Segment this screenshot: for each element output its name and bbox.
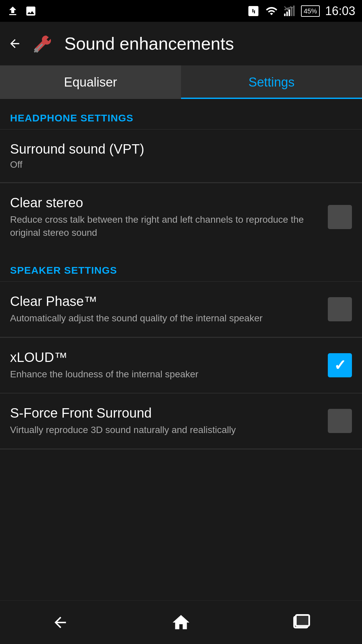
clear-phase-description: Automatically adjust the sound quality o…: [10, 312, 318, 325]
status-time: 16:03: [325, 4, 355, 18]
wifi-icon: [265, 5, 278, 17]
clear-phase-text: Clear Phase™ Automatically adjust the so…: [10, 294, 328, 325]
status-bar: 45% 16:03: [0, 0, 362, 22]
s-force-item[interactable]: S-Force Front Surround Virtually reprodu…: [0, 393, 362, 449]
xloud-check-icon: ✓: [334, 357, 346, 374]
svg-rect-1: [286, 11, 288, 16]
nav-recents-button[interactable]: [268, 601, 335, 644]
clear-stereo-description: Reduce cross talk between the right and …: [10, 213, 318, 239]
headphone-settings-label: HEADPHONE SETTINGS: [0, 99, 362, 129]
tools-icon: [31, 32, 55, 56]
surround-sound-item[interactable]: Surround sound (VPT) Off: [0, 129, 362, 182]
nfc-icon: [247, 5, 259, 17]
speaker-settings-label: SPEAKER SETTINGS: [0, 251, 362, 282]
xloud-description: Enhance the loudness of the internal spe…: [10, 368, 318, 381]
xloud-item[interactable]: xLOUD™ Enhance the loudness of the inter…: [0, 338, 362, 393]
tabs-container: Equaliser Settings: [0, 65, 362, 99]
nav-bar: [0, 600, 362, 644]
surround-sound-title: Surround sound (VPT): [10, 142, 342, 157]
xloud-text: xLOUD™ Enhance the loudness of the inter…: [10, 350, 328, 381]
clear-phase-checkbox[interactable]: ✓: [328, 297, 352, 321]
svg-rect-2: [289, 9, 290, 16]
content: HEADPHONE SETTINGS Surround sound (VPT) …: [0, 99, 362, 496]
image-icon: [25, 5, 37, 17]
tab-settings[interactable]: Settings: [181, 65, 362, 99]
svg-rect-4: [293, 5, 295, 16]
s-force-checkbox[interactable]: ✓: [328, 409, 352, 433]
svg-rect-8: [296, 615, 309, 626]
clear-phase-title: Clear Phase™: [10, 294, 318, 309]
page-title: Sound enhancements: [64, 34, 234, 54]
svg-rect-3: [291, 7, 293, 16]
signal-icon: [284, 5, 296, 17]
status-bar-left: [7, 5, 37, 17]
svg-rect-0: [284, 13, 286, 16]
clear-stereo-title: Clear stereo: [10, 195, 318, 210]
s-force-description: Virtually reproduce 3D sound naturally a…: [10, 423, 318, 436]
nav-back-button[interactable]: [27, 601, 94, 644]
s-force-text: S-Force Front Surround Virtually reprodu…: [10, 406, 328, 436]
upload-icon: [7, 5, 19, 17]
clear-stereo-text: Clear stereo Reduce cross talk between t…: [10, 195, 328, 239]
tab-equaliser[interactable]: Equaliser: [0, 65, 181, 99]
surround-sound-value: Off: [10, 159, 342, 170]
clear-stereo-item[interactable]: Clear stereo Reduce cross talk between t…: [0, 183, 362, 251]
clear-stereo-checkbox[interactable]: ✓: [328, 205, 352, 229]
status-bar-right: 45% 16:03: [247, 4, 355, 18]
nav-home-button[interactable]: [147, 601, 215, 644]
xloud-checkbox[interactable]: ✓: [328, 353, 352, 377]
app-header: Sound enhancements: [0, 22, 362, 65]
clear-phase-item[interactable]: Clear Phase™ Automatically adjust the so…: [0, 282, 362, 337]
xloud-title: xLOUD™: [10, 350, 318, 365]
section-speaker-settings: SPEAKER SETTINGS Clear Phase™ Automatica…: [0, 251, 362, 449]
surround-sound-text: Surround sound (VPT) Off: [10, 142, 352, 170]
back-button[interactable]: [8, 37, 21, 50]
battery-percent: 45%: [304, 7, 317, 15]
s-force-title: S-Force Front Surround: [10, 406, 318, 421]
battery-icon: 45%: [301, 5, 320, 17]
section-headphone-settings: HEADPHONE SETTINGS Surround sound (VPT) …: [0, 99, 362, 251]
